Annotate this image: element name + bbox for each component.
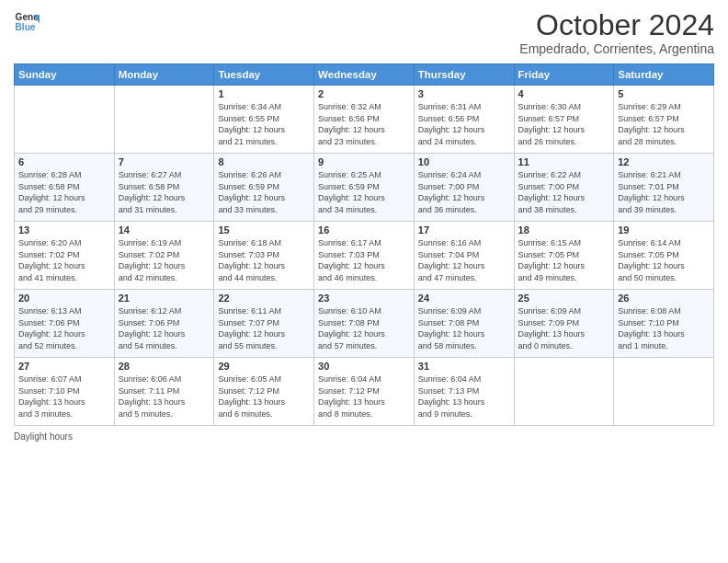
logo: General Blue [14, 9, 40, 35]
calendar-cell: 1Sunrise: 6:34 AM Sunset: 6:55 PM Daylig… [214, 86, 314, 154]
day-info: Sunrise: 6:30 AM Sunset: 6:57 PM Dayligh… [518, 101, 610, 147]
day-number: 29 [218, 361, 310, 372]
calendar-table: SundayMondayTuesdayWednesdayThursdayFrid… [14, 63, 714, 426]
day-info: Sunrise: 6:18 AM Sunset: 7:03 PM Dayligh… [218, 237, 310, 283]
day-number: 14 [119, 224, 210, 236]
calendar-subtitle: Empedrado, Corrientes, Argentina [519, 41, 714, 56]
day-number: 28 [119, 361, 210, 372]
day-number: 13 [18, 224, 110, 236]
calendar-cell: 2Sunrise: 6:32 AM Sunset: 6:56 PM Daylig… [314, 86, 415, 154]
calendar-cell: 20Sunrise: 6:13 AM Sunset: 7:06 PM Dayli… [15, 290, 115, 358]
header-cell-thursday: Thursday [414, 64, 514, 86]
calendar-cell: 13Sunrise: 6:20 AM Sunset: 7:02 PM Dayli… [15, 222, 115, 290]
svg-text:Blue: Blue [16, 22, 36, 32]
week-row-4: 27Sunrise: 6:07 AM Sunset: 7:10 PM Dayli… [15, 358, 714, 426]
day-number: 19 [618, 224, 710, 236]
day-number: 17 [418, 224, 510, 236]
calendar-cell: 27Sunrise: 6:07 AM Sunset: 7:10 PM Dayli… [15, 358, 115, 426]
day-info: Sunrise: 6:05 AM Sunset: 7:12 PM Dayligh… [218, 373, 310, 419]
calendar-cell: 5Sunrise: 6:29 AM Sunset: 6:57 PM Daylig… [614, 86, 714, 154]
day-info: Sunrise: 6:19 AM Sunset: 7:02 PM Dayligh… [119, 237, 210, 283]
day-info: Sunrise: 6:21 AM Sunset: 7:01 PM Dayligh… [618, 169, 710, 215]
logo-icon: General Blue [14, 9, 40, 35]
day-info: Sunrise: 6:09 AM Sunset: 7:09 PM Dayligh… [518, 305, 610, 351]
day-info: Sunrise: 6:08 AM Sunset: 7:10 PM Dayligh… [618, 305, 710, 351]
calendar-cell: 22Sunrise: 6:11 AM Sunset: 7:07 PM Dayli… [214, 290, 314, 358]
header-cell-wednesday: Wednesday [314, 64, 415, 86]
calendar-cell: 29Sunrise: 6:05 AM Sunset: 7:12 PM Dayli… [214, 358, 314, 426]
calendar-cell [514, 358, 614, 426]
header: General Blue October 2024 Empedrado, Cor… [14, 9, 714, 56]
calendar-cell: 17Sunrise: 6:16 AM Sunset: 7:04 PM Dayli… [414, 222, 514, 290]
week-row-2: 13Sunrise: 6:20 AM Sunset: 7:02 PM Dayli… [15, 222, 714, 290]
calendar-cell: 7Sunrise: 6:27 AM Sunset: 6:58 PM Daylig… [114, 154, 214, 222]
calendar-cell: 31Sunrise: 6:04 AM Sunset: 7:13 PM Dayli… [414, 358, 514, 426]
day-info: Sunrise: 6:25 AM Sunset: 6:59 PM Dayligh… [318, 169, 410, 215]
calendar-cell: 16Sunrise: 6:17 AM Sunset: 7:03 PM Dayli… [314, 222, 415, 290]
header-row: SundayMondayTuesdayWednesdayThursdayFrid… [15, 64, 714, 86]
day-number: 24 [418, 293, 510, 304]
header-cell-sunday: Sunday [15, 64, 115, 86]
calendar-cell [15, 86, 115, 154]
calendar-cell: 15Sunrise: 6:18 AM Sunset: 7:03 PM Dayli… [214, 222, 314, 290]
calendar-cell: 23Sunrise: 6:10 AM Sunset: 7:08 PM Dayli… [314, 290, 415, 358]
calendar-cell: 18Sunrise: 6:15 AM Sunset: 7:05 PM Dayli… [514, 222, 614, 290]
day-info: Sunrise: 6:20 AM Sunset: 7:02 PM Dayligh… [18, 237, 110, 283]
calendar-title: October 2024 [519, 9, 714, 41]
day-number: 9 [318, 156, 410, 167]
day-info: Sunrise: 6:32 AM Sunset: 6:56 PM Dayligh… [318, 101, 410, 147]
day-info: Sunrise: 6:13 AM Sunset: 7:06 PM Dayligh… [18, 305, 110, 351]
day-info: Sunrise: 6:29 AM Sunset: 6:57 PM Dayligh… [618, 101, 710, 147]
day-number: 20 [18, 293, 110, 304]
calendar-cell: 11Sunrise: 6:22 AM Sunset: 7:00 PM Dayli… [514, 154, 614, 222]
calendar-cell: 25Sunrise: 6:09 AM Sunset: 7:09 PM Dayli… [514, 290, 614, 358]
day-number: 31 [418, 361, 510, 372]
day-info: Sunrise: 6:15 AM Sunset: 7:05 PM Dayligh… [518, 237, 610, 283]
header-cell-friday: Friday [514, 64, 614, 86]
day-info: Sunrise: 6:04 AM Sunset: 7:12 PM Dayligh… [318, 373, 410, 419]
day-number: 6 [18, 156, 110, 167]
calendar-cell: 12Sunrise: 6:21 AM Sunset: 7:01 PM Dayli… [614, 154, 714, 222]
day-info: Sunrise: 6:34 AM Sunset: 6:55 PM Dayligh… [218, 101, 310, 147]
day-number: 12 [618, 156, 710, 167]
calendar-cell: 3Sunrise: 6:31 AM Sunset: 6:56 PM Daylig… [414, 86, 514, 154]
day-number: 3 [418, 88, 510, 99]
day-info: Sunrise: 6:12 AM Sunset: 7:06 PM Dayligh… [119, 305, 210, 351]
day-info: Sunrise: 6:04 AM Sunset: 7:13 PM Dayligh… [418, 373, 510, 419]
calendar-cell: 21Sunrise: 6:12 AM Sunset: 7:06 PM Dayli… [114, 290, 214, 358]
day-number: 1 [218, 88, 310, 99]
calendar-cell: 19Sunrise: 6:14 AM Sunset: 7:05 PM Dayli… [614, 222, 714, 290]
day-number: 23 [318, 293, 410, 304]
day-info: Sunrise: 6:31 AM Sunset: 6:56 PM Dayligh… [418, 101, 510, 147]
day-number: 7 [119, 156, 210, 167]
calendar-cell: 30Sunrise: 6:04 AM Sunset: 7:12 PM Dayli… [314, 358, 415, 426]
day-info: Sunrise: 6:09 AM Sunset: 7:08 PM Dayligh… [418, 305, 510, 351]
footer: Daylight hours [14, 431, 714, 442]
day-number: 22 [218, 293, 310, 304]
calendar-cell: 8Sunrise: 6:26 AM Sunset: 6:59 PM Daylig… [214, 154, 314, 222]
calendar-cell: 28Sunrise: 6:06 AM Sunset: 7:11 PM Dayli… [114, 358, 214, 426]
title-block: October 2024 Empedrado, Corrientes, Arge… [519, 9, 714, 56]
day-info: Sunrise: 6:22 AM Sunset: 7:00 PM Dayligh… [518, 169, 610, 215]
header-cell-tuesday: Tuesday [214, 64, 314, 86]
day-number: 4 [518, 88, 610, 99]
day-info: Sunrise: 6:28 AM Sunset: 6:58 PM Dayligh… [18, 169, 110, 215]
day-info: Sunrise: 6:11 AM Sunset: 7:07 PM Dayligh… [218, 305, 310, 351]
day-info: Sunrise: 6:06 AM Sunset: 7:11 PM Dayligh… [119, 373, 210, 419]
day-number: 11 [518, 156, 610, 167]
calendar-cell: 6Sunrise: 6:28 AM Sunset: 6:58 PM Daylig… [15, 154, 115, 222]
page: General Blue October 2024 Empedrado, Cor… [0, 0, 728, 563]
calendar-cell [114, 86, 214, 154]
day-number: 15 [218, 224, 310, 236]
day-number: 26 [618, 293, 710, 304]
header-cell-saturday: Saturday [614, 64, 714, 86]
day-number: 8 [218, 156, 310, 167]
day-info: Sunrise: 6:27 AM Sunset: 6:58 PM Dayligh… [119, 169, 210, 215]
calendar-cell: 24Sunrise: 6:09 AM Sunset: 7:08 PM Dayli… [414, 290, 514, 358]
day-number: 16 [318, 224, 410, 236]
day-info: Sunrise: 6:17 AM Sunset: 7:03 PM Dayligh… [318, 237, 410, 283]
day-info: Sunrise: 6:14 AM Sunset: 7:05 PM Dayligh… [618, 237, 710, 283]
day-number: 27 [18, 361, 110, 372]
day-info: Sunrise: 6:10 AM Sunset: 7:08 PM Dayligh… [318, 305, 410, 351]
day-number: 2 [318, 88, 410, 99]
